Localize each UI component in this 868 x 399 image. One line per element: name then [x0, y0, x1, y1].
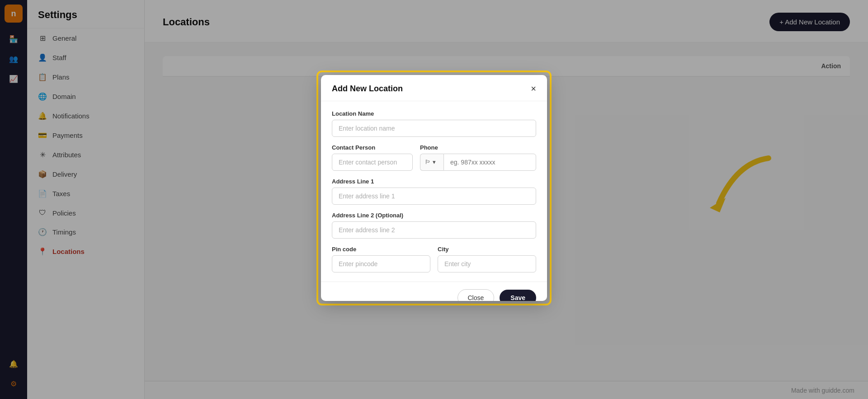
contact-phone-row: Contact Person Phone 🏳 ▾ — [332, 144, 536, 171]
modal-body: Location Name Contact Person Phone 🏳 — [321, 101, 547, 282]
modal-close-button[interactable]: × — [531, 84, 536, 93]
modal-title: Add New Location — [332, 84, 403, 94]
location-name-input[interactable] — [332, 120, 536, 137]
save-button[interactable]: Save — [500, 290, 536, 301]
modal-footer: Close Save — [321, 282, 547, 301]
modal-container: Add New Location × Location Name Contact… — [316, 70, 552, 305]
pincode-city-row: Pin code City — [332, 246, 536, 272]
phone-input-wrapper: 🏳 ▾ — [420, 154, 536, 171]
pincode-label: Pin code — [332, 246, 430, 253]
location-name-label: Location Name — [332, 110, 536, 117]
address1-input[interactable] — [332, 188, 536, 205]
phone-label: Phone — [420, 144, 536, 151]
flag-icon: 🏳 — [425, 159, 431, 165]
dropdown-arrow-icon: ▾ — [433, 159, 436, 165]
modal-header: Add New Location × — [321, 75, 547, 101]
address1-group: Address Line 1 — [332, 178, 536, 205]
close-button[interactable]: Close — [458, 289, 495, 301]
city-label: City — [438, 246, 536, 253]
contact-person-group: Contact Person — [332, 144, 413, 171]
location-name-group: Location Name — [332, 110, 536, 137]
add-new-location-modal: Add New Location × Location Name Contact… — [321, 75, 547, 301]
address1-label: Address Line 1 — [332, 178, 536, 185]
contact-person-input[interactable] — [332, 154, 413, 171]
pincode-input[interactable] — [332, 255, 430, 272]
pincode-group: Pin code — [332, 246, 430, 272]
city-group: City — [438, 246, 536, 272]
city-input[interactable] — [438, 255, 536, 272]
modal-highlight-border: Add New Location × Location Name Contact… — [316, 70, 552, 305]
address2-label: Address Line 2 (Optional) — [332, 212, 536, 219]
phone-input[interactable] — [443, 154, 536, 171]
address2-group: Address Line 2 (Optional) — [332, 212, 536, 239]
phone-flag[interactable]: 🏳 ▾ — [420, 154, 443, 171]
address2-input[interactable] — [332, 221, 536, 239]
phone-group: Phone 🏳 ▾ — [420, 144, 536, 171]
contact-person-label: Contact Person — [332, 144, 413, 151]
